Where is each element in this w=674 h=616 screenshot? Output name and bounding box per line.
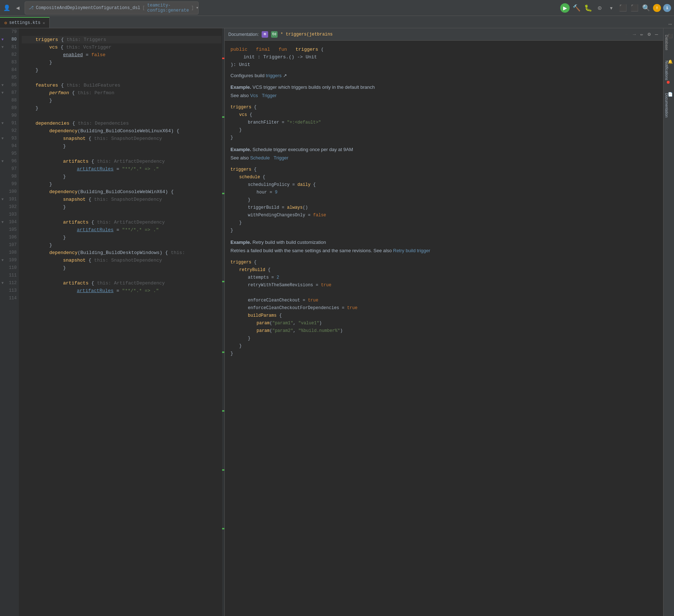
brace-close-107: } [49,241,52,249]
snapshot1-hint: this: SnapshotDependency [94,135,162,142]
vcs-link[interactable]: Vcs [250,93,258,98]
profile-run-icon[interactable]: ⬛ [618,3,628,13]
artifacts1-keyword: artifacts [63,158,88,165]
line-num-94: 94 [5,142,17,150]
brace-open: { [58,36,66,43]
gutter-line-90 [0,112,5,120]
artifactRules2-value: "**/*.* => ." [122,226,159,234]
doc-edit-button[interactable]: ✏ [639,30,645,38]
documentation-label: Documentation [665,93,669,117]
retry-link[interactable]: Retry build trigger [393,248,430,253]
change-scroll-marker-2 [222,193,224,194]
stop-icon[interactable]: ⬛ [630,3,639,13]
trigger-link-2[interactable]: Trigger [274,155,288,161]
doc-body[interactable]: public final fun triggers ( init : Trigg… [225,41,663,616]
coverage-icon[interactable]: ⊙ [595,3,604,13]
sidebar-notifications-button[interactable]: 🔔 Notifications [664,58,674,82]
line-num-79: 79 [5,28,17,36]
gutter-line-114 [0,295,5,302]
brace-close-89: } [36,104,38,112]
plugin-icon-2[interactable]: i [663,4,671,12]
line-num-93: 93 [5,135,17,142]
build-icon[interactable]: 🔨 [572,3,581,13]
search-icon[interactable]: 🔍 [641,3,651,13]
line-num-112: 112 [5,279,17,287]
code-line-100: dependency (Building_BuildConsoleWebWinX… [22,188,221,196]
line-num-89: 89 [5,104,17,112]
code-block-3: triggers { retryBuild { attempts = 2 ret… [230,259,657,358]
cb3-line4: retryWithTheSameRevisions = true [230,282,657,289]
back-icon[interactable]: ◀ [14,4,22,12]
tab-more-button[interactable]: ⋯ [666,21,674,28]
unit-type-1: Unit [305,54,317,60]
plugin-icon-1[interactable]: ! [653,4,661,12]
line-num-97: 97 [5,165,17,173]
cb3-line7: enforceCleanCheckoutForDependencies = tr… [230,304,657,312]
inspect-icon[interactable]: 🐛 [583,3,593,13]
cb2-line7: withPendingChangesOnly = false [230,212,657,219]
dependency2-call: dependency [49,188,78,196]
artifacts2-hint: this: ArtifactDependency [97,218,165,226]
gutter-fold-87[interactable]: ▼ [0,89,5,97]
code-line-113: artifactRules = "**/*.* => ." [22,287,221,295]
dropdown-arrow[interactable]: ▾ [196,5,199,11]
gutter-fold-81[interactable]: ▼ [0,43,5,51]
gutter-fold-91[interactable]: ▼ [0,120,5,127]
code-line-88: } [22,97,221,104]
scroll-track[interactable] [222,28,224,616]
cb3-line5 [230,289,657,297]
line-num-91: 91 [5,120,17,127]
code-line-92: dependency (Building_BuildConsoleWebLinu… [22,127,221,135]
code-line-86: features { this: BuildFeatures [22,82,221,89]
gutter-fold-93[interactable]: ▼ [0,135,5,142]
line-num-104: 104 [5,218,17,226]
code-line-104: artifacts { this: ArtifactDependency [22,218,221,226]
features-hint: this: BuildFeatures [67,82,120,89]
gutter-fold-112[interactable]: ▼ [0,279,5,287]
tab-settings-kts[interactable]: ⚙ settings.kts ✕ [0,17,50,28]
line-num-96: 96 [5,158,17,165]
brace-close-98: } [63,173,66,180]
run-button[interactable]: ▶ [560,3,570,13]
branch-label: teamcity-configs:generate [147,3,189,13]
seealso1: See also Vcs Trigger [230,92,657,99]
more-icon[interactable]: ▾ [607,3,616,13]
code-area[interactable]: triggers { this: Triggers vcs { this: Vc… [19,28,224,616]
doc-description-1: Configures build triggers ↗ [230,72,657,79]
sig-line3: ): Unit [230,61,657,68]
gutter-fold-109[interactable]: ▼ [0,257,5,264]
triggers-keyword: triggers [36,36,58,43]
line-num-113: 113 [5,287,17,295]
tab-label: settings.kts [9,20,40,25]
doc-plugin-tc-icon: tc [271,31,278,38]
tab-bar: ⚙ settings.kts ✕ ⋯ [0,16,674,28]
triggers-link[interactable]: triggers [266,73,282,78]
schedule-link[interactable]: Schedule [250,155,270,161]
gutter-fold-86[interactable]: ▼ [0,82,5,89]
arrow-link: ↗ [283,73,287,78]
gutter-line-98 [0,173,5,180]
line-num-110: 110 [5,264,17,272]
cb1-line3: branchFilter = "+:<default>" [230,119,657,126]
final-keyword: final [256,47,270,52]
doc-forward-button[interactable]: → [631,31,637,38]
doc-minimize-button[interactable]: — [654,31,660,38]
profile-icon[interactable]: 👤 [3,4,11,12]
brace-close-102: } [63,203,66,211]
gutter-fold-101[interactable]: ▼ [0,196,5,203]
sidebar-database-button[interactable]: ⬛ Database [664,32,674,52]
trigger-link-1[interactable]: Trigger [262,93,277,98]
sidebar-documentation-button[interactable]: 📄 Documentation [664,90,674,119]
gutter-fold-96[interactable]: ▼ [0,158,5,165]
tab-close-icon[interactable]: ✕ [43,21,45,25]
line-num-111: 111 [5,272,17,279]
doc-settings-button[interactable]: ⚙ [646,30,652,38]
doc-back-button[interactable]: ← [624,31,630,38]
navigation-path[interactable]: ⎇ CompositeAndDeploymentConfigurations_d… [25,1,199,14]
vcs-hint: this: VcsTrigger [66,43,112,51]
cb3-line3: attempts = 2 [230,274,657,282]
gutter-fold-104[interactable]: ▼ [0,218,5,226]
brace-close-83: } [49,59,52,66]
gutter-fold-80[interactable]: ▼ [0,36,5,43]
cb2-line1: triggers { [230,166,657,174]
